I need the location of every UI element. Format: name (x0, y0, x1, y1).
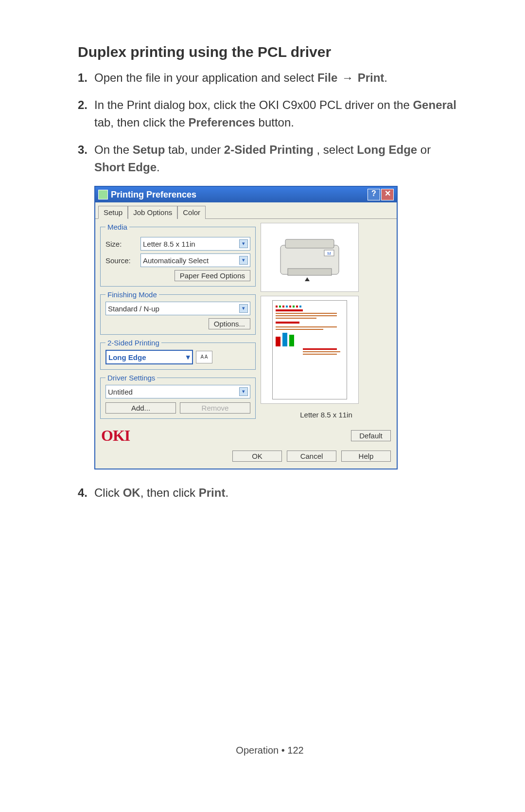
preview-label: Letter 8.5 x 11in (261, 411, 392, 419)
short-edge-ref: Short Edge (94, 161, 157, 174)
menu-print: Print (358, 71, 385, 84)
page-footer: Operation • 122 (78, 745, 462, 756)
chevron-down-icon: ▾ (239, 239, 248, 248)
chevron-down-icon: ▾ (239, 387, 248, 396)
step-number: 3. (78, 141, 94, 176)
two-sided-ref: 2-Sided Printing (224, 143, 314, 156)
page-title: Duplex printing using the PCL driver (78, 44, 462, 60)
long-edge-ref: Long Edge (357, 143, 417, 156)
step-2: 2. In the Print dialog box, click the OK… (78, 96, 462, 131)
dialog-titlebar: Printing Preferences ? ✕ (95, 187, 397, 202)
duplex-icon: A A (196, 351, 212, 363)
chevron-down-icon: ▾ (186, 353, 190, 361)
step-number: 4. (78, 484, 94, 502)
default-button[interactable]: Default (351, 430, 391, 441)
add-button[interactable]: Add... (105, 402, 176, 414)
media-legend: Media (105, 223, 129, 231)
step-number: 2. (78, 96, 94, 131)
svg-text:M: M (327, 251, 331, 256)
finishing-options-button[interactable]: Options... (209, 318, 250, 329)
printing-preferences-dialog: Printing Preferences ? ✕ Setup Job Optio… (94, 186, 398, 469)
step-3: 3. On the Setup tab, under 2-Sided Print… (78, 141, 462, 176)
two-sided-select[interactable]: Long Edge ▾ (105, 350, 193, 364)
preferences: Preferences (188, 116, 255, 129)
step-4: 4. Click OK, then click Print. (78, 484, 462, 502)
driver-select[interactable]: Untitled ▾ (105, 385, 250, 398)
page-preview (261, 296, 359, 404)
size-label: Size: (105, 240, 137, 248)
finishing-group: Finishing Mode Standard / N-up ▾ Options… (100, 290, 256, 335)
size-select[interactable]: Letter 8.5 x 11in ▾ (140, 237, 250, 251)
printer-illustration: M (261, 223, 359, 292)
oki-logo: OKI (101, 427, 130, 445)
finishing-legend: Finishing Mode (105, 290, 159, 299)
tab-color[interactable]: Color (177, 206, 206, 219)
printer-icon (98, 190, 108, 199)
step-1: 1. Open the file in your application and… (78, 69, 462, 87)
ok-button[interactable]: OK (232, 451, 282, 462)
paper-feed-options-button[interactable]: Paper Feed Options (175, 270, 250, 281)
svg-rect-4 (288, 269, 332, 275)
driver-settings-group: Driver Settings Untitled ▾ Add... Remove (100, 374, 256, 419)
dialog-title: Printing Preferences (111, 190, 196, 200)
tab-job-options[interactable]: Job Options (128, 206, 177, 219)
remove-button[interactable]: Remove (180, 402, 250, 414)
help-button-bottom[interactable]: Help (341, 451, 391, 462)
tab-setup-ref: Setup (133, 143, 165, 156)
chevron-down-icon: ▾ (239, 256, 248, 265)
arrow-icon: → (342, 71, 353, 84)
driver-legend: Driver Settings (105, 374, 157, 382)
source-label: Source: (105, 256, 137, 265)
help-button[interactable]: ? (368, 189, 380, 200)
two-sided-group: 2-Sided Printing Long Edge ▾ A A (100, 339, 256, 370)
print-ref: Print (199, 486, 226, 499)
two-sided-legend: 2-Sided Printing (105, 339, 161, 347)
svg-rect-1 (285, 239, 334, 248)
step-number: 1. (78, 69, 94, 87)
tab-strip: Setup Job Options Color (95, 202, 397, 219)
tab-general: General (413, 98, 456, 111)
source-select[interactable]: Automatically Select ▾ (140, 253, 250, 267)
close-button[interactable]: ✕ (381, 189, 394, 200)
cancel-button[interactable]: Cancel (287, 451, 336, 462)
ok-ref: OK (123, 486, 140, 499)
chevron-down-icon: ▾ (239, 304, 248, 313)
media-group: Media Size: Letter 8.5 x 11in ▾ Source: (100, 223, 256, 287)
finishing-select[interactable]: Standard / N-up ▾ (105, 302, 250, 315)
tab-setup[interactable]: Setup (98, 206, 128, 219)
menu-file: File (317, 71, 337, 84)
